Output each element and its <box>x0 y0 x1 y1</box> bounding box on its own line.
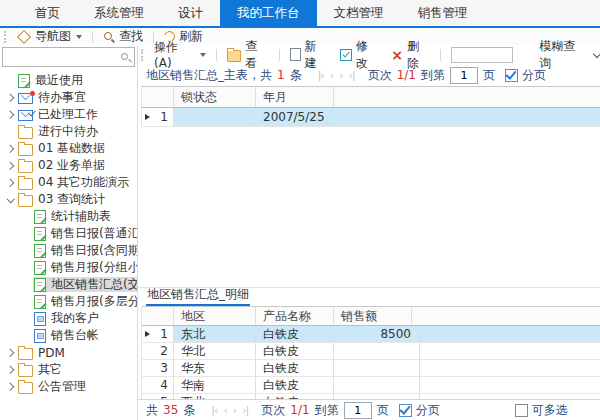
next-page-icon[interactable] <box>233 404 236 417</box>
tree-item-label: 地区销售汇总(交叉表) <box>51 276 137 293</box>
last-page-icon[interactable] <box>349 69 355 82</box>
goto-page-input[interactable] <box>344 402 372 419</box>
tree-item-recent[interactable]: 最近使用 <box>0 72 137 89</box>
tree-item-bizdocs[interactable]: 02 业务单据 <box>0 157 137 174</box>
tree-item-daily-normal[interactable]: 销售日报(普通汇总) <box>0 225 137 242</box>
folder-icon <box>18 382 33 394</box>
column-header-region[interactable]: 地区 <box>174 307 256 325</box>
tree-item-monthly-subtotal[interactable]: 销售月报(分组小计) <box>0 259 137 276</box>
total-count: 35 <box>163 403 178 417</box>
first-page-icon[interactable] <box>211 404 217 417</box>
column-header-lockstate[interactable]: 锁状态 <box>174 87 256 107</box>
toolbar-grip[interactable] <box>4 31 6 43</box>
detail-grid-rows: 1 东北 白铁皮 8500 2 华北 白铁皮 3 华东 白铁皮 <box>142 326 600 399</box>
doc-edit-icon <box>34 244 46 258</box>
menu-item-design[interactable]: 设计 <box>161 0 220 26</box>
delete-x-icon: × <box>391 50 403 60</box>
current-row-marker-icon <box>145 331 150 337</box>
tree-item-monthly-multigroup[interactable]: 销售月报(多层分组) <box>0 293 137 310</box>
sidebar-search-input[interactable] <box>3 50 120 64</box>
doc-edit-icon <box>34 210 46 224</box>
doc-edit-icon <box>34 261 46 275</box>
goto-label: 到第 <box>315 402 339 419</box>
chevron-down-icon <box>593 49 600 57</box>
month-cell: 2007/5/25 <box>256 108 334 126</box>
tree-item-querystats[interactable]: 03 查询统计 <box>0 191 137 208</box>
edit-button[interactable]: 修改 <box>334 47 385 63</box>
detail-grid-row[interactable]: 3 华东 白铁皮 <box>142 360 600 377</box>
column-header-product[interactable]: 产品名称 <box>256 307 334 325</box>
nav-map-label: 导航图 <box>35 28 71 45</box>
goto-page-input[interactable] <box>450 67 478 84</box>
delete-button[interactable]: × 删除 <box>385 47 436 63</box>
expander-icon[interactable] <box>4 95 17 101</box>
toolbar-grip[interactable] <box>141 49 143 61</box>
tree-item-my-customers[interactable]: 我的客户 <box>0 310 137 327</box>
fuzzy-search-input[interactable] <box>451 47 513 63</box>
expander-icon[interactable] <box>4 384 17 390</box>
column-header-amount[interactable]: 销售额 <box>334 307 412 325</box>
tree-item-other[interactable]: 其它 <box>0 361 137 378</box>
tree-item-sales-ledger[interactable]: 销售台帐 <box>0 327 137 344</box>
column-header-empty <box>334 87 600 107</box>
page-label: 页次 <box>368 67 392 84</box>
paging-checkbox[interactable] <box>399 404 412 417</box>
tree-item-todo[interactable]: 待办事宜 <box>0 89 137 106</box>
tree-item-stats-helper[interactable]: 统计辅助表 <box>0 208 137 225</box>
sidebar-search-box <box>2 47 135 67</box>
product-cell: 白铁皮 <box>256 360 334 376</box>
detail-pager-bar: 共 35 条 页次 1/1 到第 页 分页 可多选 <box>138 399 600 420</box>
row-number-cell: 3 <box>142 360 174 376</box>
last-page-icon[interactable] <box>242 404 248 417</box>
expander-icon[interactable] <box>4 146 17 152</box>
multiselect-checkbox[interactable] <box>515 404 528 417</box>
separator <box>216 49 217 61</box>
action-menu-button[interactable]: 操作(A) <box>148 47 212 63</box>
master-grid-row[interactable]: 1 2007/5/25 <box>142 108 600 127</box>
tree-item-pdm[interactable]: PDM <box>0 344 137 361</box>
find-button[interactable]: 查找 <box>97 29 149 45</box>
prev-page-icon[interactable] <box>330 69 333 82</box>
expander-icon[interactable] <box>4 367 17 373</box>
menu-item-workbench[interactable]: 我的工作台 <box>220 0 317 26</box>
view-button[interactable]: 查看 <box>221 47 275 63</box>
expander-icon[interactable] <box>4 350 17 356</box>
search-icon[interactable] <box>120 52 131 63</box>
tree-item-basedata[interactable]: 01 基础数据 <box>0 140 137 157</box>
paging-checkbox[interactable] <box>505 69 518 82</box>
amount-cell <box>334 343 420 359</box>
nav-map-button[interactable]: 导航图 <box>11 29 88 45</box>
tree-item-region-crosstab[interactable]: 地区销售汇总(交叉表) <box>0 276 137 293</box>
next-page-icon[interactable] <box>339 69 342 82</box>
menu-item-document[interactable]: 文档管理 <box>317 0 401 26</box>
folder-icon <box>18 161 33 173</box>
tree-item-inprogress[interactable]: 进行中待办 <box>0 123 137 140</box>
detail-grid-row[interactable]: 2 华北 白铁皮 <box>142 343 600 360</box>
tree-item-processed[interactable]: 已处理工作 <box>0 106 137 123</box>
menu-item-system[interactable]: 系统管理 <box>77 0 161 26</box>
tree-item-daily-yoy[interactable]: 销售日报(含同期累计) <box>0 242 137 259</box>
detail-grid-row[interactable]: 1 东北 白铁皮 8500 <box>142 326 600 343</box>
tree-item-otherdemo[interactable]: 04 其它功能演示 <box>0 174 137 191</box>
tree-item-label: 销售日报(含同期累计) <box>51 242 137 259</box>
tree-item-announcements[interactable]: 公告管理 <box>0 378 137 395</box>
detail-grid-row[interactable]: 4 华南 白铁皮 <box>142 377 600 394</box>
row-number-cell: 2 <box>142 343 174 359</box>
expander-icon[interactable] <box>4 163 17 169</box>
row-number-cell: 1 <box>142 326 174 342</box>
doc-edit-icon <box>34 278 46 292</box>
first-page-icon[interactable] <box>318 69 324 82</box>
new-button[interactable]: 新建 <box>284 47 334 63</box>
expander-icon[interactable] <box>4 112 17 118</box>
menu-item-sales[interactable]: 销售管理 <box>401 0 485 26</box>
tab-detail-table[interactable]: 地区销售汇总_明细 <box>146 286 250 306</box>
expander-icon[interactable] <box>4 180 17 186</box>
paging-label: 分页 <box>416 402 440 419</box>
multiselect-label: 可多选 <box>532 402 568 419</box>
menu-item-home[interactable]: 首页 <box>18 0 77 26</box>
separator <box>279 49 280 61</box>
expander-icon[interactable] <box>4 198 17 202</box>
doc-blue-icon <box>34 312 46 326</box>
column-header-month[interactable]: 年月 <box>256 87 334 107</box>
prev-page-icon[interactable] <box>223 404 226 417</box>
